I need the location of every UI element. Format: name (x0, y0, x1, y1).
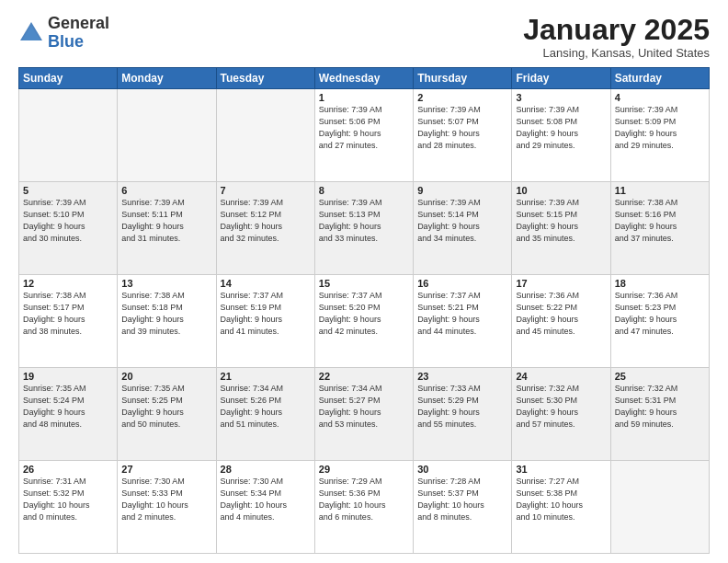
day-info: Sunrise: 7:39 AM Sunset: 5:06 PM Dayligh… (319, 104, 409, 152)
day-cell: 30Sunrise: 7:28 AM Sunset: 5:37 PM Dayli… (414, 461, 512, 554)
day-info: Sunrise: 7:39 AM Sunset: 5:07 PM Dayligh… (417, 104, 507, 152)
day-cell: 9Sunrise: 7:39 AM Sunset: 5:14 PM Daylig… (414, 182, 512, 275)
logo: General Blue (18, 15, 109, 52)
day-number: 31 (516, 464, 606, 475)
day-cell (216, 89, 314, 182)
day-cell: 4Sunrise: 7:39 AM Sunset: 5:09 PM Daylig… (610, 89, 709, 182)
day-cell: 6Sunrise: 7:39 AM Sunset: 5:11 PM Daylig… (118, 182, 216, 275)
day-info: Sunrise: 7:30 AM Sunset: 5:33 PM Dayligh… (121, 476, 211, 523)
location: Lansing, Kansas, United States (523, 46, 710, 60)
header: General Blue January 2025 Lansing, Kansa… (18, 15, 710, 60)
day-info: Sunrise: 7:30 AM Sunset: 5:34 PM Dayligh… (221, 476, 311, 523)
logo-blue-text: Blue (48, 32, 84, 51)
day-info: Sunrise: 7:27 AM Sunset: 5:38 PM Dayligh… (516, 476, 606, 523)
day-cell: 15Sunrise: 7:37 AM Sunset: 5:20 PM Dayli… (314, 275, 413, 368)
day-cell: 25Sunrise: 7:32 AM Sunset: 5:31 PM Dayli… (610, 368, 709, 461)
day-info: Sunrise: 7:39 AM Sunset: 5:11 PM Dayligh… (121, 197, 211, 245)
day-cell: 28Sunrise: 7:30 AM Sunset: 5:34 PM Dayli… (216, 461, 314, 554)
day-number: 27 (121, 464, 211, 475)
day-number: 18 (615, 278, 705, 289)
day-number: 2 (417, 92, 507, 103)
week-row-3: 12Sunrise: 7:38 AM Sunset: 5:17 PM Dayli… (19, 275, 710, 368)
day-cell: 1Sunrise: 7:39 AM Sunset: 5:06 PM Daylig… (314, 89, 413, 182)
day-number: 14 (221, 278, 311, 289)
week-row-4: 19Sunrise: 7:35 AM Sunset: 5:24 PM Dayli… (19, 368, 710, 461)
day-cell: 22Sunrise: 7:34 AM Sunset: 5:27 PM Dayli… (314, 368, 413, 461)
day-cell: 27Sunrise: 7:30 AM Sunset: 5:33 PM Dayli… (118, 461, 216, 554)
day-number: 8 (319, 185, 409, 196)
day-info: Sunrise: 7:31 AM Sunset: 5:32 PM Dayligh… (23, 476, 113, 523)
title-block: January 2025 Lansing, Kansas, United Sta… (523, 15, 710, 60)
week-row-5: 26Sunrise: 7:31 AM Sunset: 5:32 PM Dayli… (19, 461, 710, 554)
day-info: Sunrise: 7:32 AM Sunset: 5:30 PM Dayligh… (516, 383, 606, 431)
day-number: 13 (121, 278, 211, 289)
day-cell: 7Sunrise: 7:39 AM Sunset: 5:12 PM Daylig… (216, 182, 314, 275)
day-number: 16 (417, 278, 507, 289)
day-cell: 20Sunrise: 7:35 AM Sunset: 5:25 PM Dayli… (118, 368, 216, 461)
day-info: Sunrise: 7:38 AM Sunset: 5:18 PM Dayligh… (121, 290, 211, 338)
day-number: 6 (121, 185, 211, 196)
day-number: 4 (615, 92, 705, 103)
day-number: 30 (417, 464, 507, 475)
logo-icon (18, 20, 44, 46)
day-number: 21 (221, 371, 311, 382)
day-cell: 18Sunrise: 7:36 AM Sunset: 5:23 PM Dayli… (610, 275, 709, 368)
day-info: Sunrise: 7:37 AM Sunset: 5:19 PM Dayligh… (221, 290, 311, 338)
day-info: Sunrise: 7:33 AM Sunset: 5:29 PM Dayligh… (417, 383, 507, 431)
day-info: Sunrise: 7:34 AM Sunset: 5:26 PM Dayligh… (221, 383, 311, 431)
weekday-header-saturday: Saturday (610, 68, 709, 89)
day-cell: 5Sunrise: 7:39 AM Sunset: 5:10 PM Daylig… (19, 182, 118, 275)
day-number: 9 (417, 185, 507, 196)
day-cell: 31Sunrise: 7:27 AM Sunset: 5:38 PM Dayli… (512, 461, 610, 554)
day-cell: 17Sunrise: 7:36 AM Sunset: 5:22 PM Dayli… (512, 275, 610, 368)
day-number: 1 (319, 92, 409, 103)
weekday-header-monday: Monday (118, 68, 216, 89)
day-number: 17 (516, 278, 606, 289)
page: General Blue January 2025 Lansing, Kansa… (0, 0, 728, 563)
day-number: 20 (121, 371, 211, 382)
day-cell (118, 89, 216, 182)
day-info: Sunrise: 7:29 AM Sunset: 5:36 PM Dayligh… (319, 476, 409, 523)
day-info: Sunrise: 7:35 AM Sunset: 5:24 PM Dayligh… (23, 383, 113, 431)
day-cell: 16Sunrise: 7:37 AM Sunset: 5:21 PM Dayli… (414, 275, 512, 368)
calendar: SundayMondayTuesdayWednesdayThursdayFrid… (18, 67, 710, 554)
day-number: 19 (23, 371, 113, 382)
day-cell: 2Sunrise: 7:39 AM Sunset: 5:07 PM Daylig… (414, 89, 512, 182)
day-cell: 3Sunrise: 7:39 AM Sunset: 5:08 PM Daylig… (512, 89, 610, 182)
logo-text: General Blue (48, 15, 109, 52)
day-cell: 12Sunrise: 7:38 AM Sunset: 5:17 PM Dayli… (19, 275, 118, 368)
day-cell: 19Sunrise: 7:35 AM Sunset: 5:24 PM Dayli… (19, 368, 118, 461)
day-cell (19, 89, 118, 182)
day-cell: 10Sunrise: 7:39 AM Sunset: 5:15 PM Dayli… (512, 182, 610, 275)
day-number: 28 (221, 464, 311, 475)
weekday-header-row: SundayMondayTuesdayWednesdayThursdayFrid… (19, 68, 710, 89)
weekday-header-wednesday: Wednesday (314, 68, 413, 89)
day-info: Sunrise: 7:28 AM Sunset: 5:37 PM Dayligh… (417, 476, 507, 523)
day-number: 10 (516, 185, 606, 196)
day-info: Sunrise: 7:39 AM Sunset: 5:14 PM Dayligh… (417, 197, 507, 245)
weekday-header-tuesday: Tuesday (216, 68, 314, 89)
day-info: Sunrise: 7:34 AM Sunset: 5:27 PM Dayligh… (319, 383, 409, 431)
day-cell: 8Sunrise: 7:39 AM Sunset: 5:13 PM Daylig… (314, 182, 413, 275)
day-info: Sunrise: 7:37 AM Sunset: 5:21 PM Dayligh… (417, 290, 507, 338)
week-row-2: 5Sunrise: 7:39 AM Sunset: 5:10 PM Daylig… (19, 182, 710, 275)
day-number: 7 (221, 185, 311, 196)
day-info: Sunrise: 7:32 AM Sunset: 5:31 PM Dayligh… (615, 383, 705, 431)
weekday-header-thursday: Thursday (414, 68, 512, 89)
day-info: Sunrise: 7:37 AM Sunset: 5:20 PM Dayligh… (319, 290, 409, 338)
day-info: Sunrise: 7:38 AM Sunset: 5:17 PM Dayligh… (23, 290, 113, 338)
day-number: 23 (417, 371, 507, 382)
logo-general-text: General (48, 14, 109, 32)
day-cell: 21Sunrise: 7:34 AM Sunset: 5:26 PM Dayli… (216, 368, 314, 461)
day-info: Sunrise: 7:39 AM Sunset: 5:10 PM Dayligh… (23, 197, 113, 245)
day-number: 5 (23, 185, 113, 196)
day-number: 29 (319, 464, 409, 475)
day-cell: 24Sunrise: 7:32 AM Sunset: 5:30 PM Dayli… (512, 368, 610, 461)
day-number: 24 (516, 371, 606, 382)
day-cell: 29Sunrise: 7:29 AM Sunset: 5:36 PM Dayli… (314, 461, 413, 554)
day-cell: 13Sunrise: 7:38 AM Sunset: 5:18 PM Dayli… (118, 275, 216, 368)
day-info: Sunrise: 7:36 AM Sunset: 5:23 PM Dayligh… (615, 290, 705, 338)
day-number: 12 (23, 278, 113, 289)
day-info: Sunrise: 7:39 AM Sunset: 5:12 PM Dayligh… (221, 197, 311, 245)
week-row-1: 1Sunrise: 7:39 AM Sunset: 5:06 PM Daylig… (19, 89, 710, 182)
